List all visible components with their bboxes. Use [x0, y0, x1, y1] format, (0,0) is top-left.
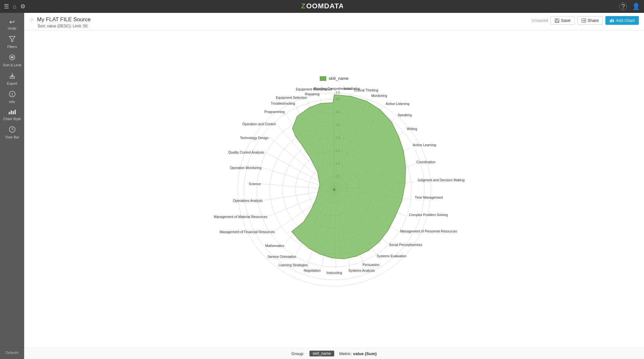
add-chart-button[interactable]: Add Chart — [605, 16, 639, 25]
svg-rect-13 — [13, 111, 14, 114]
add-chart-icon — [610, 18, 614, 23]
radar-polygon — [292, 95, 406, 259]
svg-rect-24 — [611, 19, 612, 22]
sidebar: ↩ Undo Filters Sort & Limit — [0, 13, 24, 359]
skill-label-23: Operations Analysis — [233, 199, 263, 203]
skill-label-17: Negotiation — [303, 269, 320, 272]
legend: skill_name — [320, 76, 348, 81]
sidebar-item-info[interactable]: i Info — [0, 88, 24, 106]
help-icon[interactable]: ? — [619, 3, 627, 10]
skill-label-10: Complex Problem Solving — [409, 213, 448, 217]
svg-rect-20 — [556, 21, 558, 22]
sidebar-label-undo: Undo — [8, 26, 16, 30]
skill-label-19: Service Orientation — [267, 255, 296, 259]
share-button[interactable]: Share — [577, 16, 603, 25]
chart-title: My FLAT FILE Source — [37, 16, 91, 23]
radar-chart-container: 0.5 1.0 1.5 2.0 2.5 3.0 3.5 4.0 — [202, 83, 466, 302]
topbar-center: Z OOMDATA — [301, 1, 343, 12]
user-icon[interactable]: 👤 — [632, 3, 640, 10]
add-chart-label: Add Chart — [616, 18, 635, 23]
menu-icon[interactable]: ☰ — [4, 3, 9, 10]
svg-rect-7 — [10, 77, 14, 78]
skill-label-33: Equipment Maintenance — [296, 87, 332, 91]
radar-center-dot — [333, 189, 335, 191]
sidebar-label-filters: Filters — [7, 45, 17, 49]
skill-label-21: Management of Financial Resources — [219, 230, 274, 234]
svg-marker-2 — [9, 36, 15, 42]
chart-area: skill_name — [24, 31, 644, 348]
svg-rect-25 — [613, 21, 614, 22]
skill-label-12: Social Perceptiveness — [389, 243, 422, 247]
skill-label-34: Installation — [344, 87, 360, 90]
sort-limit-icon — [9, 54, 16, 62]
chart-footer: Group: skill_name Metric: value (Sum) — [24, 348, 644, 359]
skill-label-31: Equipment Selection — [276, 96, 307, 99]
footer-metric-value: value (Sum) — [353, 351, 377, 356]
zoomdata-logo: Z OOMDATA — [301, 1, 343, 10]
radar-chart-svg: 0.5 1.0 1.5 2.0 2.5 3.0 3.5 4.0 — [202, 83, 466, 296]
sidebar-label-time-bar: Time Bar — [5, 135, 19, 139]
topbar-right: ? 👤 — [619, 3, 640, 10]
svg-text:i: i — [12, 92, 13, 97]
layout: ↩ Undo Filters Sort & Limit — [0, 13, 644, 359]
skill-label-7: Coordination — [416, 160, 436, 164]
main-content: ☆ My FLAT FILE Source Sort: value (DESC)… — [24, 13, 644, 359]
defaults-label[interactable]: Defaults — [0, 349, 24, 356]
footer-group-label: Group: — [291, 351, 304, 356]
topbar-left: ☰ ⌂ ⚙ — [4, 3, 25, 10]
skill-label-5: Writing — [407, 127, 417, 131]
svg-text:Z: Z — [301, 2, 306, 10]
info-icon: i — [9, 90, 16, 99]
share-icon — [582, 18, 586, 23]
home-icon[interactable]: ⌂ — [13, 3, 16, 10]
footer-metric-label: Metric: value (Sum) — [339, 351, 377, 356]
skill-label-8: Judgment and Decision Making — [417, 178, 465, 182]
content-header: ☆ My FLAT FILE Source Sort: value (DESC)… — [24, 13, 644, 31]
skill-label-24: Science — [249, 182, 261, 186]
header-title-row: ☆ My FLAT FILE Source — [29, 16, 91, 23]
sidebar-label-sort-limit: Sort & Limit — [3, 63, 21, 67]
sidebar-label-export: Export — [7, 81, 17, 85]
sidebar-item-undo[interactable]: ↩ Undo — [0, 15, 24, 33]
unsaved-label: Unsaved — [532, 18, 548, 23]
footer-group-value: skill_name — [309, 351, 334, 356]
svg-rect-19 — [556, 19, 558, 20]
skill-label-11: Management of Personnel Resources — [400, 229, 457, 233]
export-icon — [9, 72, 16, 81]
sidebar-bottom: Defaults — [0, 346, 24, 359]
sidebar-label-info: Info — [9, 100, 15, 104]
sidebar-item-time-bar[interactable]: Time Bar — [0, 123, 24, 142]
logo: Z OOMDATA — [301, 1, 343, 12]
skill-label-22: Management of Material Resources — [213, 215, 267, 219]
save-button[interactable]: Save — [551, 16, 575, 25]
header-right: Unsaved Save Share Add Chart — [532, 16, 639, 25]
skill-label-14: Persuasion — [363, 263, 380, 267]
settings-icon[interactable]: ⚙ — [20, 3, 25, 10]
skill-label-3: Active Listening — [386, 102, 410, 106]
svg-rect-23 — [610, 20, 611, 22]
sidebar-item-export[interactable]: Export — [0, 70, 24, 88]
skill-label-4: Speaking — [398, 113, 412, 117]
skill-label-26: Quality Control Analysis — [228, 150, 264, 154]
sidebar-item-chart-style[interactable]: Chart Style — [0, 106, 24, 123]
favorite-icon[interactable]: ☆ — [29, 16, 34, 23]
sort-info: Sort: value (DESC); Limit: 50; — [38, 24, 91, 28]
svg-rect-12 — [11, 110, 12, 114]
sidebar-item-sort-limit[interactable]: Sort & Limit — [0, 51, 24, 70]
svg-rect-14 — [14, 110, 16, 114]
svg-rect-11 — [9, 112, 10, 114]
sidebar-label-chart-style: Chart Style — [3, 117, 21, 121]
share-label: Share — [588, 18, 599, 23]
sort-info-text: Sort: value (DESC); Limit: 50; — [38, 24, 88, 28]
skill-label-32: Repairing — [305, 92, 319, 96]
sidebar-item-filters[interactable]: Filters — [0, 33, 24, 51]
skill-label-20: Mathematics — [265, 244, 284, 248]
save-icon — [555, 18, 559, 23]
skill-label-13: Systems Evaluation — [377, 254, 406, 258]
svg-text:OOMDATA: OOMDATA — [306, 2, 343, 10]
skill-label-2: Monitoring — [371, 94, 387, 98]
filters-icon — [9, 35, 16, 44]
svg-text:4.0: 4.0 — [336, 91, 340, 94]
skill-label-27: Technology Design — [240, 136, 269, 140]
skill-label-6: Active Learning — [413, 143, 436, 147]
